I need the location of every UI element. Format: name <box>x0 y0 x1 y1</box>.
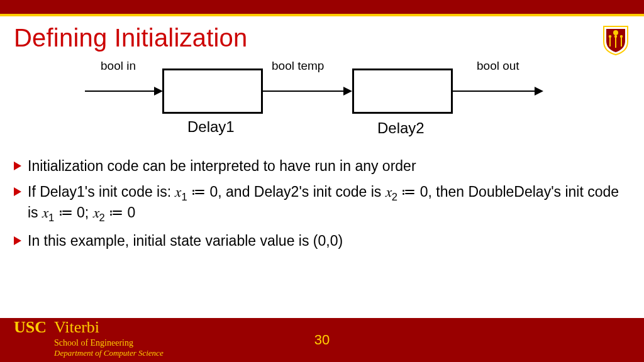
block-delay1 <box>162 69 263 114</box>
slide-title: Defining Initialization <box>14 24 247 52</box>
footer-department: Department of Computer Science <box>54 348 164 358</box>
list-item: In this example, initial state variable … <box>14 232 625 250</box>
list-item: If Delay1's init code is: 𝑥1 ≔ 0, and De… <box>14 183 625 224</box>
block-label-1: Delay1 <box>187 118 235 136</box>
top-red-bar <box>0 0 644 14</box>
block-label-2: Delay2 <box>377 119 425 137</box>
slide: Defining Initialization bool in bool te <box>0 0 644 362</box>
page-number: 30 <box>0 332 644 348</box>
triangle-bullet-icon <box>14 162 21 170</box>
bullet-text: In this example, initial state variable … <box>28 232 343 250</box>
arrowhead-out-icon <box>535 87 543 96</box>
triangle-bullet-icon <box>14 236 21 245</box>
block-diagram: bool in bool temp bool out Delay1 Delay2 <box>0 59 644 147</box>
svg-point-5 <box>614 35 617 38</box>
wire-out <box>453 90 535 92</box>
arrowhead-mid-icon <box>343 87 352 96</box>
triangle-bullet-icon <box>14 187 21 196</box>
bullet-text: Initialization code can be interpreted t… <box>28 157 416 175</box>
signal-label-in: bool in <box>101 59 136 73</box>
wire-in <box>85 90 154 92</box>
usc-shield-icon <box>602 25 629 55</box>
list-item: Initialization code can be interpreted t… <box>14 157 625 175</box>
footer: USC Viterbi School of Engineering Depart… <box>0 318 644 362</box>
wire-mid <box>263 90 343 92</box>
bullet-text: If Delay1's init code is: 𝑥1 ≔ 0, and De… <box>28 183 625 224</box>
svg-point-4 <box>609 35 611 38</box>
svg-point-6 <box>620 35 623 38</box>
svg-point-0 <box>613 30 618 35</box>
signal-label-mid: bool temp <box>272 59 324 73</box>
bullet-list: Initialization code can be interpreted t… <box>14 157 625 258</box>
arrowhead-in-icon <box>154 87 163 96</box>
signal-label-out: bool out <box>477 59 519 73</box>
block-delay2 <box>352 69 453 114</box>
gold-strip <box>0 14 644 16</box>
